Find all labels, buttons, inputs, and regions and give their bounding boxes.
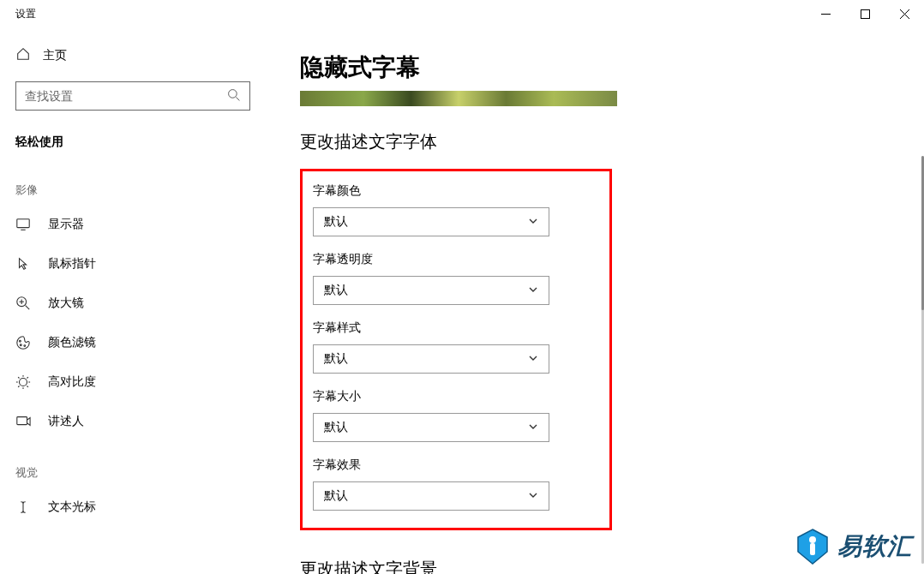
caption-transparency-dropdown[interactable]: 默认 bbox=[313, 276, 549, 305]
cursor-icon bbox=[15, 256, 31, 272]
search-input[interactable] bbox=[25, 89, 227, 103]
field-label: 字幕样式 bbox=[313, 320, 579, 336]
text-cursor-icon bbox=[15, 499, 31, 515]
svg-line-20 bbox=[18, 377, 19, 378]
svg-line-23 bbox=[27, 377, 28, 378]
magnifier-icon bbox=[15, 296, 31, 311]
sidebar-group-label: 影像 bbox=[0, 158, 266, 205]
chevron-down-icon bbox=[528, 215, 538, 229]
sidebar-item-display[interactable]: 显示器 bbox=[0, 205, 266, 244]
window-title: 设置 bbox=[15, 7, 36, 21]
svg-point-4 bbox=[229, 89, 237, 98]
caption-preview bbox=[300, 91, 617, 106]
sidebar-item-label: 颜色滤镜 bbox=[48, 335, 96, 350]
sidebar-item-mouse-pointer[interactable]: 鼠标指针 bbox=[0, 244, 266, 284]
caption-style-dropdown[interactable]: 默认 bbox=[313, 344, 549, 374]
dropdown-value: 默认 bbox=[324, 420, 348, 435]
caption-color-dropdown[interactable]: 默认 bbox=[313, 207, 549, 236]
sidebar-item-narrator[interactable]: 讲述人 bbox=[0, 402, 266, 441]
maximize-button[interactable] bbox=[845, 0, 885, 27]
palette-icon bbox=[15, 335, 31, 350]
window-controls bbox=[806, 0, 924, 27]
narrator-icon bbox=[15, 414, 31, 429]
svg-rect-24 bbox=[17, 417, 27, 425]
svg-line-5 bbox=[236, 97, 239, 100]
caption-effects-dropdown[interactable]: 默认 bbox=[313, 481, 549, 511]
chevron-down-icon bbox=[528, 284, 538, 297]
sidebar-item-label: 文本光标 bbox=[48, 499, 96, 515]
sidebar-active-section: 轻松使用 bbox=[0, 126, 266, 158]
dropdown-value: 默认 bbox=[324, 351, 348, 367]
sidebar-item-high-contrast[interactable]: 高对比度 bbox=[0, 362, 266, 402]
chevron-down-icon bbox=[528, 352, 538, 366]
sidebar-item-label: 放大镜 bbox=[48, 296, 84, 311]
svg-rect-1 bbox=[861, 9, 869, 18]
main-content: 隐藏式字幕 更改描述文字字体 字幕颜色 默认 字幕透明度 默认 bbox=[266, 27, 924, 574]
chevron-down-icon bbox=[528, 489, 538, 503]
contrast-icon bbox=[15, 374, 31, 390]
section-title-background: 更改描述文字背景 bbox=[300, 558, 907, 574]
home-link[interactable]: 主页 bbox=[0, 38, 266, 73]
sidebar-item-color-filters[interactable]: 颜色滤镜 bbox=[0, 323, 266, 362]
sidebar-item-label: 显示器 bbox=[48, 217, 84, 232]
svg-line-11 bbox=[26, 306, 30, 310]
field-label: 字幕颜色 bbox=[313, 183, 579, 199]
sidebar-item-label: 鼠标指针 bbox=[48, 256, 96, 272]
sidebar-item-label: 讲述人 bbox=[48, 414, 84, 429]
page-title: 隐藏式字幕 bbox=[300, 51, 907, 84]
sidebar-item-magnifier[interactable]: 放大镜 bbox=[0, 284, 266, 323]
minimize-button[interactable] bbox=[806, 0, 845, 27]
sidebar-group-label: 视觉 bbox=[0, 441, 266, 487]
svg-line-21 bbox=[27, 386, 28, 387]
home-label: 主页 bbox=[43, 48, 67, 63]
chevron-down-icon bbox=[528, 421, 538, 434]
field-label: 字幕大小 bbox=[313, 389, 579, 404]
svg-line-22 bbox=[18, 386, 19, 387]
svg-point-12 bbox=[20, 340, 21, 342]
svg-point-13 bbox=[20, 344, 21, 346]
field-label: 字幕透明度 bbox=[313, 252, 579, 267]
close-button[interactable] bbox=[885, 0, 924, 27]
sidebar-item-text-cursor[interactable]: 文本光标 bbox=[0, 487, 266, 527]
svg-rect-6 bbox=[17, 219, 29, 228]
highlighted-region: 字幕颜色 默认 字幕透明度 默认 字幕样式 默认 bbox=[300, 169, 612, 530]
search-box[interactable] bbox=[15, 81, 250, 111]
search-icon bbox=[227, 88, 241, 105]
dropdown-value: 默认 bbox=[324, 283, 348, 298]
dropdown-value: 默认 bbox=[324, 488, 348, 504]
field-label: 字幕效果 bbox=[313, 457, 579, 473]
home-icon bbox=[15, 46, 31, 64]
svg-point-14 bbox=[24, 345, 26, 347]
svg-point-15 bbox=[20, 379, 27, 386]
monitor-icon bbox=[15, 217, 31, 232]
sidebar-item-label: 高对比度 bbox=[48, 374, 96, 390]
dropdown-value: 默认 bbox=[324, 214, 348, 230]
sidebar: 主页 轻松使用 影像 显示器 鼠标指针 bbox=[0, 27, 266, 574]
section-title-font: 更改描述文字字体 bbox=[300, 130, 907, 153]
caption-size-dropdown[interactable]: 默认 bbox=[313, 413, 549, 442]
titlebar: 设置 bbox=[0, 0, 924, 27]
